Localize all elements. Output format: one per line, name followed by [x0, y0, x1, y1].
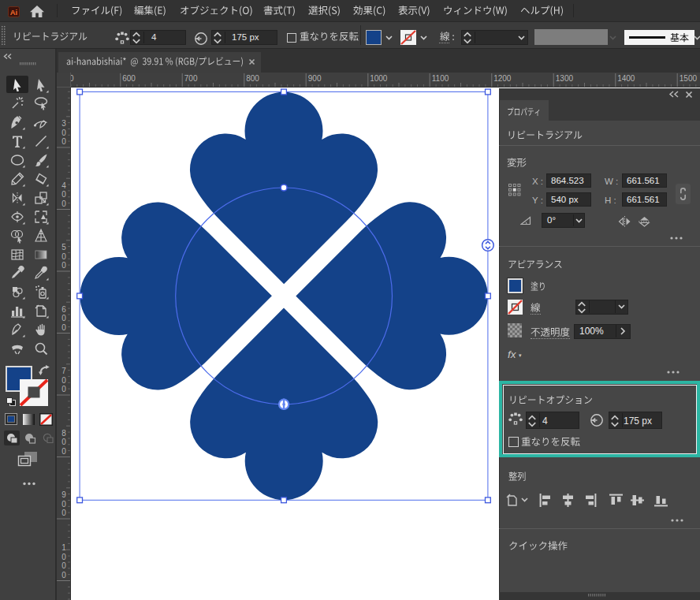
svg-text:0: 0: [61, 323, 66, 332]
svg-text:1100: 1100: [432, 74, 449, 83]
svg-text:0: 0: [61, 438, 66, 446]
svg-text:0: 0: [61, 129, 66, 137]
svg-text:8: 8: [61, 429, 66, 438]
svg-text:0: 0: [61, 376, 66, 385]
svg-text:3: 3: [61, 119, 66, 128]
svg-text:800: 800: [246, 74, 259, 83]
svg-text:0: 0: [61, 199, 66, 208]
svg-text:5: 5: [61, 243, 66, 252]
svg-text:1200: 1200: [493, 74, 512, 83]
svg-text:4: 4: [61, 181, 66, 190]
svg-text:6: 6: [61, 305, 66, 314]
svg-text:0: 0: [61, 447, 66, 456]
svg-text:900: 900: [308, 74, 322, 83]
svg-text:0: 0: [61, 261, 66, 270]
svg-text:700: 700: [184, 74, 198, 83]
svg-text:9: 9: [61, 490, 66, 499]
svg-text:1: 1: [61, 543, 66, 552]
svg-text:7: 7: [61, 367, 66, 375]
svg-text:0: 0: [61, 190, 66, 199]
svg-text:600: 600: [122, 74, 136, 83]
svg-text:0: 0: [61, 137, 66, 146]
svg-text:1000: 1000: [370, 74, 388, 83]
svg-text:0: 0: [61, 385, 66, 393]
svg-text:0: 0: [61, 314, 66, 322]
svg-text:0: 0: [61, 561, 66, 570]
svg-text:1400: 1400: [617, 74, 635, 83]
svg-text:0: 0: [61, 252, 66, 261]
svg-text:1500: 1500: [680, 74, 698, 83]
svg-text:0: 0: [61, 509, 66, 517]
svg-text:1300: 1300: [556, 74, 574, 83]
svg-text:0: 0: [61, 571, 66, 580]
svg-text:0: 0: [61, 500, 66, 509]
svg-text:0: 0: [61, 553, 66, 561]
